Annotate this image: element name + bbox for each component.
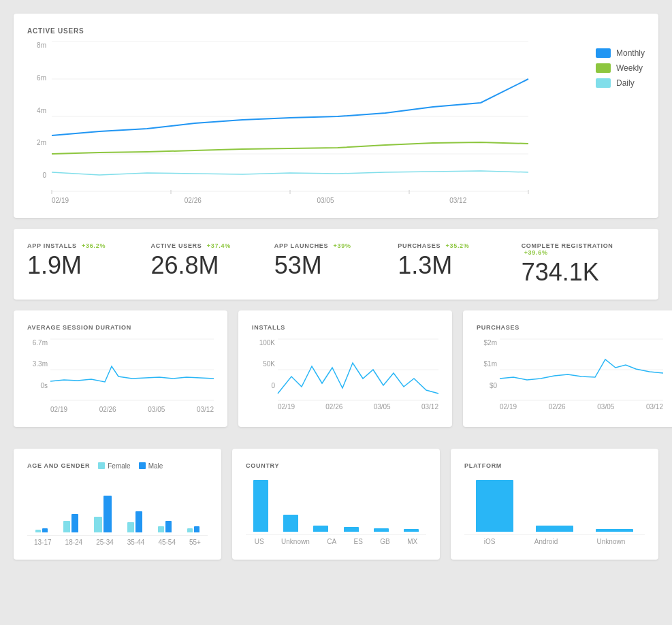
bar-group-45-54: [158, 521, 172, 532]
bar-mx: [404, 529, 419, 532]
avg-session-x: 02/19 02/26 03/05 03/12: [27, 406, 214, 413]
metric-complete-reg: COMPLETE REGISTRATION +39.6% 734.1K: [522, 242, 645, 286]
active-users-x-labels: 02/19 02/26 03/05 03/12: [27, 197, 582, 204]
weekly-color: [596, 63, 611, 73]
metric-app-installs: APP INSTALLS +36.2% 1.9M: [27, 242, 150, 286]
bar-us: [253, 480, 268, 532]
bar-gb: [374, 528, 389, 532]
purchases-card: PURCHASES $2m $1m $0 02/19 02/26 03/05 0…: [463, 310, 672, 427]
avg-session-card: AVERAGE SESSION DURATION 6.7m 3.3m 0s 02…: [14, 310, 227, 427]
platform-x: iOS Android Unknown: [464, 534, 645, 545]
legend-daily: Daily: [596, 78, 645, 88]
metric-purchases: PURCHASES +35.2% 1.3M: [398, 242, 521, 286]
bar-android: [536, 526, 573, 532]
metric-value-installs: 1.9M: [27, 252, 137, 279]
age-gender-title: AGE AND GENDER: [27, 462, 90, 469]
bar-group-18-24: [63, 514, 78, 532]
country-x: US Unknown CA ES GB MX: [246, 534, 426, 545]
country-title: COUNTRY: [246, 462, 426, 469]
bar-group-13-17: [35, 528, 48, 532]
metric-active-users: ACTIVE USERS +37.4% 26.8M: [150, 242, 274, 286]
bar-unknown: [283, 515, 298, 532]
purchases-x: 02/19 02/26 03/05 03/12: [477, 403, 663, 411]
active-users-legend: Monthly Weekly Daily: [582, 42, 645, 88]
installs-x: 02/19 02/26 03/05 03/12: [252, 403, 438, 411]
age-gender-x: 13-17 18-24 25-34 35-44 45-54 55+: [27, 535, 208, 546]
metric-value-launches: 53M: [274, 252, 384, 279]
small-charts-row1: AVERAGE SESSION DURATION 6.7m 3.3m 0s 02…: [14, 310, 658, 438]
female-legend: Female: [98, 462, 130, 470]
active-users-chart-area: 8m 6m 4m 2m 0: [27, 42, 582, 204]
bar-group-35-44: [127, 511, 142, 532]
avg-session-svg: [50, 339, 214, 400]
metric-value-complete-reg: 734.1K: [522, 259, 631, 286]
age-gender-bars: [27, 478, 208, 532]
bar-group-25-34: [94, 496, 112, 532]
metrics-card: APP INSTALLS +36.2% 1.9M ACTIVE USERS +3…: [14, 229, 658, 300]
male-legend: Male: [139, 462, 163, 470]
platform-card: PLATFORM iOS Android Unknown: [451, 449, 658, 560]
metric-value-purchases: 1.3M: [398, 252, 507, 279]
installs-title: INSTALLS: [252, 324, 438, 331]
active-users-y-labels: 8m 6m 4m 2m 0: [27, 42, 49, 179]
age-gender-card: AGE AND GENDER Female Male: [14, 449, 221, 560]
bar-platform-unknown: [596, 529, 633, 532]
installs-svg: [278, 339, 438, 400]
metrics-row: APP INSTALLS +36.2% 1.9M ACTIVE USERS +3…: [27, 242, 645, 286]
platform-bars: [464, 477, 645, 532]
active-users-title: ACTIVE USERS: [27, 27, 645, 35]
metric-app-launches: APP LAUNCHES +39% 53M: [274, 242, 398, 286]
purchases-title: PURCHASES: [477, 324, 663, 331]
active-users-card: ACTIVE USERS 8m 6m 4m 2m 0: [14, 14, 658, 218]
legend-weekly: Weekly: [596, 63, 645, 73]
bar-es: [344, 527, 359, 532]
installs-card: INSTALLS 100K 50K 0 02/19 02/26 03/05 03…: [238, 310, 452, 427]
active-users-svg: [52, 42, 528, 191]
metric-value-active-users: 26.8M: [150, 252, 260, 279]
active-users-inner: 8m 6m 4m 2m 0: [27, 42, 645, 204]
country-bars: [246, 477, 426, 532]
daily-color: [596, 78, 611, 88]
bar-ca: [313, 526, 328, 532]
small-charts-row2: AGE AND GENDER Female Male: [14, 449, 658, 571]
legend-monthly: Monthly: [596, 48, 645, 58]
avg-session-title: AVERAGE SESSION DURATION: [27, 324, 214, 331]
bar-ios: [476, 480, 513, 532]
country-card: COUNTRY US Unknown CA ES GB MX: [232, 449, 440, 560]
platform-title: PLATFORM: [464, 462, 645, 469]
bar-group-55plus: [187, 526, 199, 532]
monthly-color: [596, 48, 611, 58]
purchases-svg: [500, 339, 663, 400]
